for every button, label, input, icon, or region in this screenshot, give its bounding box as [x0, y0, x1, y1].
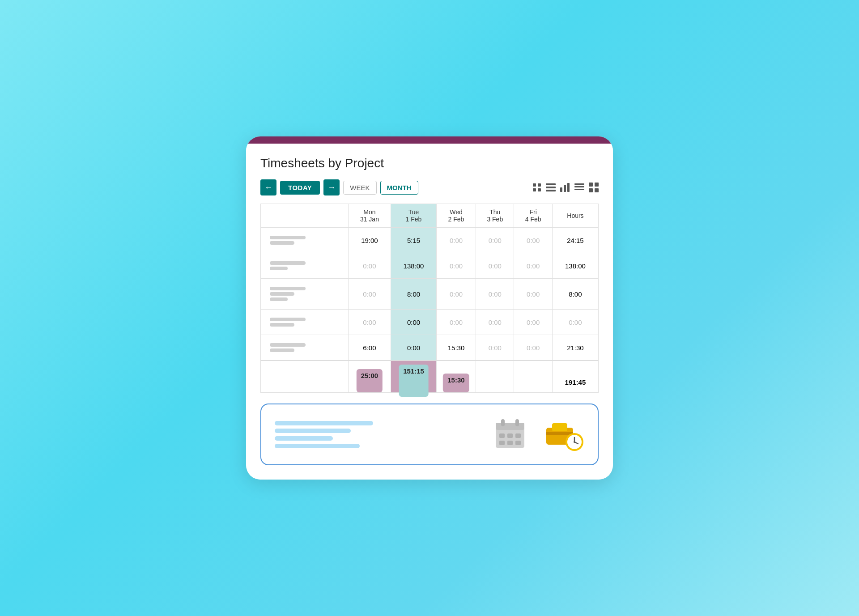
cell-r2-tue: 138:00: [391, 253, 437, 279]
top-bar: [246, 136, 613, 144]
cell-r5-hours: 21:30: [552, 335, 598, 361]
col-header-fri: Fri 4 Feb: [514, 204, 552, 228]
month-button[interactable]: MONTH: [380, 181, 418, 195]
cell-r4-fri: 0:00: [514, 310, 552, 335]
cell-r1-fri: 0:00: [514, 228, 552, 253]
list-view-icon[interactable]: [574, 183, 584, 191]
table-view-icon[interactable]: [546, 183, 556, 191]
col-header-name: [261, 204, 349, 228]
row-line: [270, 287, 306, 290]
row-label-cell: [261, 253, 349, 279]
next-button[interactable]: →: [323, 179, 340, 195]
bottom-line-4: [275, 444, 360, 448]
footer-row: 25:00 151:15 15:30: [261, 361, 599, 393]
footer-total-cell: 191:45: [552, 361, 598, 393]
pivot-view-icon[interactable]: [589, 183, 599, 192]
svg-rect-23: [515, 433, 521, 438]
svg-rect-4: [546, 183, 556, 185]
cell-r1-thu: 0:00: [476, 228, 514, 253]
table-row: 19:00 5:15 0:00 0:00 0:00 24:15: [261, 228, 599, 253]
bottom-line-2: [275, 429, 351, 433]
col-header-wed-line2: 2 Feb: [440, 216, 472, 223]
row-label-cell: [261, 310, 349, 335]
svg-rect-12: [574, 189, 584, 190]
svg-rect-25: [507, 441, 513, 445]
row-line: [270, 261, 306, 265]
cell-r2-thu: 0:00: [476, 253, 514, 279]
cell-r2-hours: 138:00: [552, 253, 598, 279]
svg-rect-9: [567, 183, 570, 192]
table-row: 0:00 138:00 0:00 0:00 0:00 138:00: [261, 253, 599, 279]
row-label-cell: [261, 335, 349, 361]
cell-r5-thu: 0:00: [476, 335, 514, 361]
svg-rect-0: [533, 183, 536, 187]
row-label-cell: [261, 228, 349, 253]
today-button[interactable]: TODAY: [280, 181, 320, 195]
cell-r5-wed: 15:30: [436, 335, 476, 361]
svg-rect-3: [538, 188, 541, 191]
row-line: [270, 292, 294, 296]
grid-view-icon[interactable]: [532, 183, 541, 192]
toolbar: ← TODAY → WEEK MONTH: [260, 179, 599, 195]
cell-r4-tue: 0:00: [391, 310, 437, 335]
cell-r4-mon: 0:00: [348, 310, 391, 335]
svg-rect-22: [507, 433, 513, 438]
card-content: Timesheets by Project ← TODAY → WEEK MON…: [246, 144, 613, 480]
cell-r1-tue: 5:15: [391, 228, 437, 253]
bar-chart-icon[interactable]: [560, 183, 570, 192]
cell-r3-thu: 0:00: [476, 279, 514, 310]
prev-button[interactable]: ←: [260, 179, 276, 195]
cell-r4-hours: 0:00: [552, 310, 598, 335]
row-line: [270, 241, 294, 245]
col-header-hours: Hours: [552, 204, 598, 228]
svg-rect-21: [499, 433, 505, 438]
svg-rect-14: [595, 183, 599, 187]
svg-rect-8: [564, 185, 566, 192]
col-header-thu-line2: 3 Feb: [480, 216, 510, 223]
cell-r3-tue: 8:00: [391, 279, 437, 310]
row-line: [270, 318, 306, 321]
cell-r5-mon: 6:00: [348, 335, 391, 361]
svg-rect-11: [574, 186, 584, 187]
col-header-mon: Mon 31 Jan: [348, 204, 391, 228]
row-line: [270, 343, 306, 347]
col-header-thu-line1: Thu: [480, 208, 510, 216]
cell-r3-hours: 8:00: [552, 279, 598, 310]
page-title: Timesheets by Project: [260, 156, 599, 170]
table-row: 0:00 0:00 0:00 0:00 0:00 0:00: [261, 310, 599, 335]
col-header-tue-line2: 1 Feb: [395, 216, 433, 223]
row-line: [270, 348, 294, 352]
table-row: 0:00 8:00 0:00 0:00 0:00 8:00: [261, 279, 599, 310]
svg-point-34: [574, 441, 575, 443]
svg-rect-29: [546, 432, 573, 435]
svg-rect-6: [546, 190, 556, 191]
svg-rect-2: [533, 188, 536, 191]
footer-mon-badge: 25:00: [357, 369, 383, 392]
footer-total: 191:45: [553, 372, 598, 392]
footer-wed-badge: 15:30: [443, 374, 469, 392]
row-line: [270, 297, 288, 301]
table-row: 6:00 0:00 15:30 0:00 0:00 21:30: [261, 335, 599, 361]
footer-fri-cell: [514, 361, 552, 393]
svg-rect-7: [560, 187, 562, 192]
week-button[interactable]: WEEK: [343, 181, 376, 195]
view-icons: [532, 183, 599, 192]
col-header-fri-line2: 4 Feb: [518, 216, 548, 223]
col-header-fri-line1: Fri: [518, 208, 548, 216]
row-line: [270, 236, 306, 239]
cell-r1-hours: 24:15: [552, 228, 598, 253]
cell-r2-fri: 0:00: [514, 253, 552, 279]
svg-rect-13: [589, 183, 593, 187]
cell-r4-thu: 0:00: [476, 310, 514, 335]
bottom-card: [260, 404, 599, 465]
col-header-thu: Thu 3 Feb: [476, 204, 514, 228]
cell-r1-wed: 0:00: [436, 228, 476, 253]
cell-r2-wed: 0:00: [436, 253, 476, 279]
cell-r4-wed: 0:00: [436, 310, 476, 335]
svg-rect-24: [499, 441, 505, 445]
svg-rect-19: [501, 419, 505, 426]
cell-r5-fri: 0:00: [514, 335, 552, 361]
svg-rect-26: [515, 441, 521, 445]
footer-tue-cell: 151:15: [391, 361, 437, 393]
timesheet-table: Mon 31 Jan Tue 1 Feb Wed 2 Feb Thu 3 Feb: [260, 204, 599, 393]
